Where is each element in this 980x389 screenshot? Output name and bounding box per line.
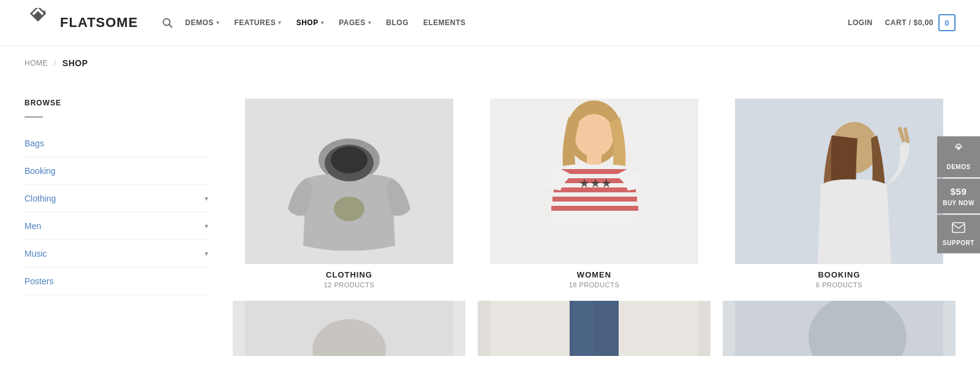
svg-rect-36 xyxy=(952,222,965,232)
cart-button[interactable]: CART / $0,00 0 xyxy=(885,14,956,31)
floating-buttons: DEMOS $59 BUY NOW SUPPORT xyxy=(937,136,980,253)
chevron-down-icon: ▾ xyxy=(278,20,282,26)
nav-item-elements[interactable]: ELEMENTS xyxy=(417,13,472,32)
sidebar: BROWSE Bags Booking Clothing ▾ Men ▾ Mus… xyxy=(24,86,233,356)
product-image-clothing xyxy=(233,99,466,264)
svg-rect-31 xyxy=(573,301,594,356)
product-name: CLOTHING xyxy=(324,270,375,279)
float-support-button[interactable]: SUPPORT xyxy=(937,214,980,253)
sidebar-item-booking[interactable]: Booking xyxy=(24,157,208,185)
svg-line-25 xyxy=(905,129,908,142)
chevron-down-icon: ▾ xyxy=(205,194,208,203)
svg-point-11 xyxy=(334,197,364,221)
sidebar-item-music[interactable]: Music ▾ xyxy=(24,240,208,268)
product-image-booking xyxy=(723,99,956,264)
product-card-partial-3[interactable] xyxy=(723,301,956,356)
logo-icon: 3 xyxy=(24,8,54,37)
breadcrumb-separator: / xyxy=(54,59,56,67)
login-button[interactable]: LOGIN xyxy=(848,18,873,27)
nav-item-demos[interactable]: DEMOS ▾ xyxy=(179,13,225,32)
breadcrumb: HOME / SHOP xyxy=(0,46,980,74)
header-right: LOGIN CART / $0,00 0 xyxy=(848,14,956,31)
chevron-down-icon: ▾ xyxy=(205,222,208,230)
logo-link[interactable]: 3 FLATSOME xyxy=(24,8,138,37)
chevron-down-icon: ▾ xyxy=(321,20,325,26)
product-name: BOOKING xyxy=(816,270,862,279)
product-name: WOMEN xyxy=(569,270,620,279)
svg-text:★★★: ★★★ xyxy=(579,176,612,190)
svg-rect-20 xyxy=(551,206,638,211)
product-card-booking[interactable]: BOOKING 6 PRODUCTS xyxy=(723,99,956,289)
nav-item-features[interactable]: FEATURES ▾ xyxy=(228,13,287,32)
products-grid-row2 xyxy=(233,301,956,356)
sidebar-item-men[interactable]: Men ▾ xyxy=(24,213,208,240)
product-card-clothing[interactable]: CLOTHING 12 PRODUCTS xyxy=(233,99,466,289)
sidebar-item-bags[interactable]: Bags xyxy=(24,130,208,157)
chevron-down-icon: ▾ xyxy=(205,249,208,258)
sidebar-title: BROWSE xyxy=(24,99,208,107)
svg-rect-19 xyxy=(552,197,637,202)
product-count: 18 PRODUCTS xyxy=(569,281,620,289)
sidebar-divider xyxy=(24,116,43,118)
chevron-down-icon: ▾ xyxy=(368,20,372,26)
product-count: 12 PRODUCTS xyxy=(324,281,375,289)
breadcrumb-current: SHOP xyxy=(62,58,88,68)
breadcrumb-home[interactable]: HOME xyxy=(24,59,48,67)
logo-text: FLATSOME xyxy=(60,15,138,31)
float-demos-button[interactable]: DEMOS xyxy=(937,136,980,177)
svg-line-4 xyxy=(169,25,172,28)
product-card-partial-2[interactable] xyxy=(478,301,710,356)
diamond-icon xyxy=(952,143,965,160)
nav-item-shop[interactable]: SHOP ▾ xyxy=(290,13,331,32)
email-icon xyxy=(952,222,965,236)
sidebar-item-clothing[interactable]: Clothing ▾ xyxy=(24,185,208,213)
svg-point-10 xyxy=(331,146,368,173)
products-area: CLOTHING 12 PRODUCTS xyxy=(233,86,956,356)
sidebar-item-posters[interactable]: Posters xyxy=(24,268,208,295)
product-card-partial-1[interactable] xyxy=(233,301,466,356)
nav-item-pages[interactable]: PAGES ▾ xyxy=(333,13,377,32)
product-label-clothing: CLOTHING 12 PRODUCTS xyxy=(324,270,375,289)
header: 3 FLATSOME DEMOS ▾ FEATURES ▾ SHOP ▾ PAG… xyxy=(0,0,980,46)
float-buy-button[interactable]: $59 BUY NOW xyxy=(937,178,980,213)
chevron-down-icon: ▾ xyxy=(216,20,220,26)
products-grid: CLOTHING 12 PRODUCTS xyxy=(233,99,956,289)
svg-point-33 xyxy=(809,301,907,356)
product-image-women: ★★★ xyxy=(478,99,710,264)
svg-point-14 xyxy=(575,114,614,157)
product-card-women[interactable]: ★★★ WOMEN 18 PRODUCTS xyxy=(478,99,710,289)
product-count: 6 PRODUCTS xyxy=(816,281,862,289)
main-nav: DEMOS ▾ FEATURES ▾ SHOP ▾ PAGES ▾ BLOG E… xyxy=(179,13,848,32)
cart-count-badge: 0 xyxy=(938,14,956,31)
product-label-women: WOMEN 18 PRODUCTS xyxy=(569,270,620,289)
product-label-booking: BOOKING 6 PRODUCTS xyxy=(816,270,862,289)
svg-text:3: 3 xyxy=(43,9,46,15)
nav-item-blog[interactable]: BLOG xyxy=(380,13,415,32)
main-content: BROWSE Bags Booking Clothing ▾ Men ▾ Mus… xyxy=(0,86,980,356)
search-button[interactable] xyxy=(162,18,173,28)
